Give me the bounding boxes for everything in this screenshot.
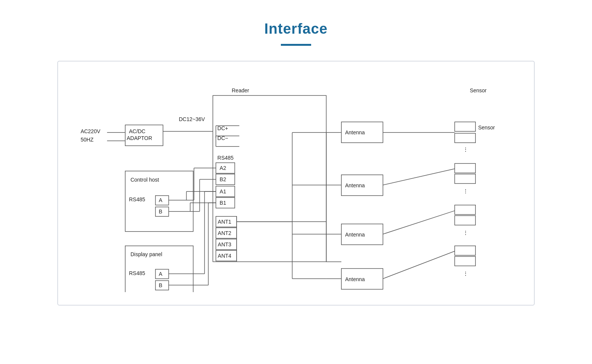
rs485-top-label: RS485 <box>217 155 234 161</box>
dc-plus-label: DC+ <box>217 125 228 131</box>
svg-line-70 <box>383 211 455 234</box>
control-host-label: Control host <box>131 177 159 183</box>
rs485-disp-label: RS485 <box>129 270 145 276</box>
svg-line-69 <box>383 169 455 185</box>
a-ctrl-label: A <box>159 197 163 203</box>
svg-rect-67 <box>455 257 475 266</box>
svg-line-71 <box>383 251 455 279</box>
reader-label: Reader <box>232 87 249 93</box>
svg-rect-62 <box>455 163 475 173</box>
sensor-label: Sensor <box>470 87 487 93</box>
a-disp-label: A <box>159 271 163 277</box>
antenna4-label: Antenna <box>345 276 365 282</box>
svg-rect-65 <box>455 216 475 225</box>
interface-diagram: text { font-family: Arial, sans-serif; f… <box>58 61 534 305</box>
b1-label: B1 <box>220 200 226 206</box>
diagram-svg: text { font-family: Arial, sans-serif; f… <box>69 73 523 292</box>
antenna2-label: Antenna <box>345 182 365 188</box>
adaptor-label: ADAPTOR <box>127 135 152 141</box>
display-panel-label: Display panel <box>131 251 162 257</box>
b-disp-label: B <box>159 282 162 288</box>
svg-rect-0 <box>213 95 326 261</box>
acdc-label: AC/DC <box>129 128 145 134</box>
50hz-label: 50HZ <box>81 137 94 143</box>
antenna3-label: Antenna <box>345 232 365 238</box>
page-title: Interface <box>264 21 327 37</box>
svg-rect-60 <box>455 122 475 131</box>
svg-rect-64 <box>455 205 475 215</box>
ac220v-label: AC220V <box>81 128 101 134</box>
dots4: ⋮ <box>463 271 468 277</box>
rs485-ctrl-label: RS485 <box>129 196 145 202</box>
ant3-label: ANT3 <box>218 241 231 247</box>
svg-rect-66 <box>455 246 475 255</box>
sensor-top-label: Sensor <box>478 124 495 131</box>
ant4-label: ANT4 <box>218 253 231 259</box>
antenna1-label: Antenna <box>345 129 365 135</box>
ant1-label: ANT1 <box>218 219 231 225</box>
dots2: ⋮ <box>463 188 468 194</box>
a1-label: A1 <box>220 188 226 194</box>
b2-label: B2 <box>220 176 226 182</box>
title-underline <box>281 44 311 46</box>
svg-rect-63 <box>455 174 475 184</box>
ant2-label: ANT2 <box>218 230 231 236</box>
dots3: ⋮ <box>463 230 468 236</box>
dc-range-label: DC12~36V <box>179 116 205 122</box>
a2-label: A2 <box>220 165 226 171</box>
dots1: ⋮ <box>463 146 468 152</box>
svg-rect-61 <box>455 133 475 143</box>
b-ctrl-label: B <box>159 208 162 215</box>
